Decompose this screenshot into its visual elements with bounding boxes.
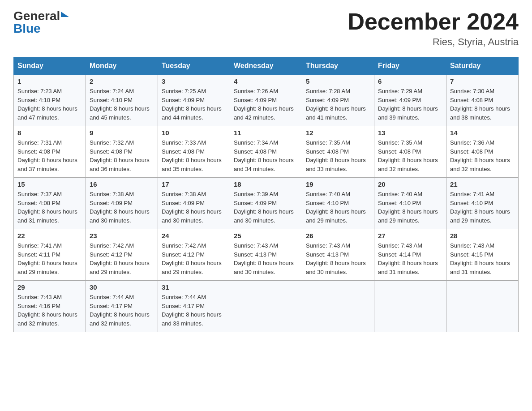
day-number: 27 [378, 232, 442, 240]
calendar-cell: 27Sunrise: 7:43 AMSunset: 4:14 PMDayligh… [374, 229, 446, 281]
calendar-week-row: 22Sunrise: 7:41 AMSunset: 4:11 PMDayligh… [14, 229, 519, 281]
day-info: Sunrise: 7:42 AMSunset: 4:12 PMDaylight:… [90, 241, 154, 276]
calendar-cell: 23Sunrise: 7:42 AMSunset: 4:12 PMDayligh… [86, 229, 158, 281]
day-number: 28 [450, 232, 515, 240]
day-number: 3 [162, 77, 226, 85]
calendar-cell: 18Sunrise: 7:39 AMSunset: 4:09 PMDayligh… [230, 178, 302, 229]
day-number: 26 [306, 232, 370, 240]
day-info: Sunrise: 7:35 AMSunset: 4:08 PMDaylight:… [378, 138, 442, 173]
day-number: 18 [234, 180, 298, 188]
calendar-cell: 1Sunrise: 7:23 AMSunset: 4:10 PMDaylight… [14, 75, 86, 126]
day-number: 10 [162, 129, 226, 137]
day-info: Sunrise: 7:25 AMSunset: 4:09 PMDaylight:… [162, 87, 226, 122]
day-number: 6 [378, 77, 442, 85]
day-number: 2 [90, 77, 154, 85]
calendar-cell: 6Sunrise: 7:29 AMSunset: 4:09 PMDaylight… [374, 75, 446, 126]
calendar-cell: 11Sunrise: 7:34 AMSunset: 4:08 PMDayligh… [230, 126, 302, 178]
day-info: Sunrise: 7:37 AMSunset: 4:08 PMDaylight:… [17, 190, 82, 225]
day-info: Sunrise: 7:24 AMSunset: 4:10 PMDaylight:… [90, 87, 154, 122]
calendar-cell [302, 281, 374, 332]
day-info: Sunrise: 7:35 AMSunset: 4:08 PMDaylight:… [306, 138, 370, 173]
day-info: Sunrise: 7:44 AMSunset: 4:17 PMDaylight:… [90, 293, 154, 328]
calendar-cell: 31Sunrise: 7:44 AMSunset: 4:17 PMDayligh… [158, 281, 230, 332]
day-info: Sunrise: 7:23 AMSunset: 4:10 PMDaylight:… [17, 87, 82, 122]
day-number: 17 [162, 180, 226, 188]
day-number: 13 [378, 129, 442, 137]
calendar-header-row: Sunday Monday Tuesday Wednesday Thursday… [14, 57, 519, 75]
calendar-cell [230, 281, 302, 332]
day-number: 30 [90, 283, 154, 291]
day-number: 21 [450, 180, 515, 188]
logo: General Blue [13, 9, 69, 35]
day-number: 15 [17, 180, 82, 188]
day-number: 4 [234, 77, 298, 85]
calendar-cell: 2Sunrise: 7:24 AMSunset: 4:10 PMDaylight… [86, 75, 158, 126]
day-number: 25 [234, 232, 298, 240]
header-tuesday: Tuesday [158, 57, 230, 75]
day-number: 5 [306, 77, 370, 85]
calendar-cell: 30Sunrise: 7:44 AMSunset: 4:17 PMDayligh… [86, 281, 158, 332]
day-info: Sunrise: 7:43 AMSunset: 4:13 PMDaylight:… [234, 241, 298, 276]
location-subtitle: Ries, Styria, Austria [348, 36, 519, 48]
calendar-week-row: 29Sunrise: 7:43 AMSunset: 4:16 PMDayligh… [14, 281, 519, 332]
calendar-cell: 5Sunrise: 7:28 AMSunset: 4:09 PMDaylight… [302, 75, 374, 126]
day-info: Sunrise: 7:34 AMSunset: 4:08 PMDaylight:… [234, 138, 298, 173]
calendar-cell: 10Sunrise: 7:33 AMSunset: 4:08 PMDayligh… [158, 126, 230, 178]
calendar-cell: 26Sunrise: 7:43 AMSunset: 4:13 PMDayligh… [302, 229, 374, 281]
calendar-cell: 15Sunrise: 7:37 AMSunset: 4:08 PMDayligh… [14, 178, 86, 229]
calendar-cell: 9Sunrise: 7:32 AMSunset: 4:08 PMDaylight… [86, 126, 158, 178]
calendar-cell: 8Sunrise: 7:31 AMSunset: 4:08 PMDaylight… [14, 126, 86, 178]
calendar-cell: 16Sunrise: 7:38 AMSunset: 4:09 PMDayligh… [86, 178, 158, 229]
day-info: Sunrise: 7:28 AMSunset: 4:09 PMDaylight:… [306, 87, 370, 122]
header-friday: Friday [374, 57, 446, 75]
day-number: 29 [17, 283, 82, 291]
day-info: Sunrise: 7:41 AMSunset: 4:10 PMDaylight:… [450, 190, 515, 225]
day-number: 9 [90, 129, 154, 137]
day-info: Sunrise: 7:39 AMSunset: 4:09 PMDaylight:… [234, 190, 298, 225]
logo-arrow-icon [61, 12, 69, 17]
day-number: 14 [450, 129, 515, 137]
day-info: Sunrise: 7:44 AMSunset: 4:17 PMDaylight:… [162, 293, 226, 328]
calendar-week-row: 1Sunrise: 7:23 AMSunset: 4:10 PMDaylight… [14, 75, 519, 126]
day-number: 20 [378, 180, 442, 188]
day-info: Sunrise: 7:30 AMSunset: 4:08 PMDaylight:… [450, 87, 515, 122]
calendar-table: Sunday Monday Tuesday Wednesday Thursday… [13, 57, 519, 332]
month-year-title: December 2024 [348, 9, 519, 34]
day-number: 12 [306, 129, 370, 137]
day-info: Sunrise: 7:40 AMSunset: 4:10 PMDaylight:… [306, 190, 370, 225]
header-sunday: Sunday [14, 57, 86, 75]
calendar-week-row: 8Sunrise: 7:31 AMSunset: 4:08 PMDaylight… [14, 126, 519, 178]
calendar-cell: 21Sunrise: 7:41 AMSunset: 4:10 PMDayligh… [446, 178, 519, 229]
calendar-cell: 14Sunrise: 7:36 AMSunset: 4:08 PMDayligh… [446, 126, 519, 178]
calendar-cell: 4Sunrise: 7:26 AMSunset: 4:09 PMDaylight… [230, 75, 302, 126]
day-info: Sunrise: 7:43 AMSunset: 4:13 PMDaylight:… [306, 241, 370, 276]
day-number: 16 [90, 180, 154, 188]
calendar-cell [374, 281, 446, 332]
calendar-cell: 7Sunrise: 7:30 AMSunset: 4:08 PMDaylight… [446, 75, 519, 126]
day-number: 7 [450, 77, 515, 85]
day-number: 1 [17, 77, 82, 85]
calendar-cell: 24Sunrise: 7:42 AMSunset: 4:12 PMDayligh… [158, 229, 230, 281]
logo-blue-text: Blue [13, 22, 69, 35]
day-info: Sunrise: 7:29 AMSunset: 4:09 PMDaylight:… [378, 87, 442, 122]
day-number: 24 [162, 232, 226, 240]
day-number: 19 [306, 180, 370, 188]
calendar-cell: 13Sunrise: 7:35 AMSunset: 4:08 PMDayligh… [374, 126, 446, 178]
calendar-cell: 17Sunrise: 7:38 AMSunset: 4:09 PMDayligh… [158, 178, 230, 229]
page-header: General Blue December 2024 Ries, Styria,… [13, 9, 519, 48]
day-number: 11 [234, 129, 298, 137]
day-number: 31 [162, 283, 226, 291]
day-number: 23 [90, 232, 154, 240]
calendar-cell: 20Sunrise: 7:40 AMSunset: 4:10 PMDayligh… [374, 178, 446, 229]
calendar-cell: 3Sunrise: 7:25 AMSunset: 4:09 PMDaylight… [158, 75, 230, 126]
header-monday: Monday [86, 57, 158, 75]
day-info: Sunrise: 7:32 AMSunset: 4:08 PMDaylight:… [90, 138, 154, 173]
day-info: Sunrise: 7:38 AMSunset: 4:09 PMDaylight:… [90, 190, 154, 225]
day-info: Sunrise: 7:31 AMSunset: 4:08 PMDaylight:… [17, 138, 82, 173]
calendar-cell: 29Sunrise: 7:43 AMSunset: 4:16 PMDayligh… [14, 281, 86, 332]
header-saturday: Saturday [446, 57, 519, 75]
day-info: Sunrise: 7:43 AMSunset: 4:15 PMDaylight:… [450, 241, 515, 276]
calendar-cell: 28Sunrise: 7:43 AMSunset: 4:15 PMDayligh… [446, 229, 519, 281]
day-number: 8 [17, 129, 82, 137]
day-info: Sunrise: 7:42 AMSunset: 4:12 PMDaylight:… [162, 241, 226, 276]
